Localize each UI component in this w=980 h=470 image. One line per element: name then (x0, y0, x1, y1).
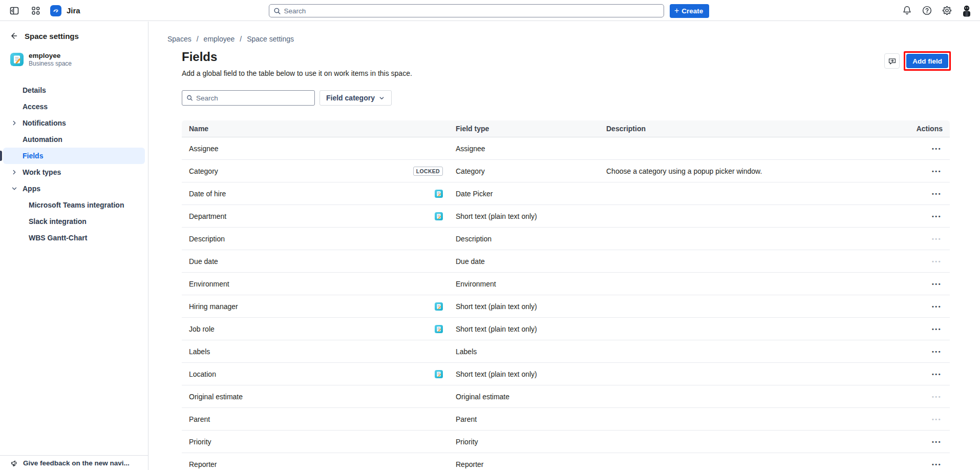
table-row-original-estimate: Original estimateOriginal estimate••• (182, 385, 950, 408)
sidebar-collapse-button[interactable] (7, 4, 22, 18)
sidebar-item-details[interactable]: Details (3, 82, 145, 98)
add-field-button[interactable]: Add field (906, 54, 948, 68)
field-type: Short text (plain text only) (448, 325, 602, 333)
space-type: Business space (29, 60, 72, 68)
field-name: Reporter (189, 460, 217, 468)
row-actions-menu-button[interactable]: ••• (931, 144, 943, 154)
field-name: Assignee (189, 145, 219, 153)
bell-icon (902, 5, 912, 16)
sidebar-item-wbs-gantt-chart[interactable]: WBS Gantt-Chart (3, 230, 145, 246)
feedback-footer-label: Give feedback on the new navi... (23, 459, 130, 467)
field-name: Description (189, 235, 225, 243)
table-row-hiring-manager: Hiring managerShort text (plain text onl… (182, 295, 950, 318)
breadcrumb-space-settings[interactable]: Space settings (247, 35, 294, 43)
feedback-footer-button[interactable]: Give feedback on the new navi... (0, 455, 148, 470)
row-actions-menu-button[interactable]: ••• (931, 301, 943, 312)
sidebar-item-label: Work types (23, 168, 61, 176)
sidebar-item-microsoft-teams-integration[interactable]: Microsoft Teams integration (3, 197, 145, 213)
field-name: Date of hire (189, 190, 226, 198)
breadcrumb: Spaces / employee / Space settings (167, 35, 980, 43)
field-name: Original estimate (189, 393, 243, 401)
sidebar-item-label: Apps (23, 185, 40, 193)
field-name: Job role (189, 325, 215, 333)
field-name: Category (189, 167, 218, 175)
help-icon (922, 5, 932, 16)
field-type: Labels (448, 348, 602, 356)
space-avatar-notepad-icon (10, 53, 24, 66)
field-category-dropdown[interactable]: Field category (319, 90, 392, 106)
table-row-location: LocationShort text (plain text only)••• (182, 363, 950, 385)
row-actions-menu-button: ••• (931, 256, 943, 267)
plus-icon: + (674, 7, 679, 15)
space-name: employee (29, 52, 72, 60)
table-header-row: Name Field type Description Actions (182, 120, 950, 137)
app-switcher-icon (31, 6, 40, 15)
sidebar-item-work-types[interactable]: Work types (3, 164, 145, 180)
table-row-date-of-hire: Date of hireDate Picker••• (182, 182, 950, 205)
field-type: Priority (448, 438, 602, 446)
sidebar-title: Space settings (25, 32, 79, 40)
field-name: Environment (189, 280, 229, 288)
fields-search[interactable] (182, 90, 315, 106)
app-switcher-button[interactable] (29, 4, 43, 18)
sidebar-item-apps[interactable]: Apps (3, 180, 145, 197)
field-name: Hiring manager (189, 302, 238, 311)
row-actions-menu-button[interactable]: ••• (931, 459, 943, 469)
table-row-due-date: Due dateDue date••• (182, 250, 950, 273)
row-actions-menu-button[interactable]: ••• (931, 279, 943, 289)
column-header-description: Description (602, 125, 904, 133)
custom-field-space-icon (435, 212, 443, 220)
row-actions-menu-button[interactable]: ••• (931, 437, 943, 447)
field-name: Priority (189, 438, 211, 446)
chevron-right-icon (11, 119, 18, 127)
sidebar-item-slack-integration[interactable]: Slack integration (3, 213, 145, 230)
table-row-labels: LabelsLabels••• (182, 340, 950, 363)
sidebar-item-label: Fields (23, 152, 43, 160)
field-type: Category (448, 167, 602, 175)
back-button[interactable] (8, 30, 19, 42)
table-row-environment: EnvironmentEnvironment••• (182, 273, 950, 295)
profile-button[interactable] (960, 4, 974, 18)
fields-search-input[interactable] (196, 94, 310, 102)
jira-logo[interactable] (50, 5, 61, 16)
gear-icon (942, 5, 952, 16)
create-button[interactable]: + Create (670, 4, 709, 18)
page-feedback-button[interactable] (884, 53, 900, 69)
field-name: Location (189, 370, 216, 378)
field-type: Assignee (448, 145, 602, 153)
row-actions-menu-button[interactable]: ••• (931, 166, 943, 176)
help-button[interactable] (920, 4, 934, 18)
custom-field-space-icon (435, 302, 443, 311)
row-actions-menu-button[interactable]: ••• (931, 189, 943, 199)
sidebar-item-notifications[interactable]: Notifications (3, 115, 145, 131)
sidebar-collapse-icon (9, 6, 19, 16)
sidebar-item-label: Details (23, 86, 46, 94)
column-header-name: Name (182, 125, 448, 133)
sidebar-item-access[interactable]: Access (3, 98, 145, 115)
sidebar-item-label: Slack integration (29, 217, 87, 226)
row-actions-menu-button[interactable]: ••• (931, 346, 943, 357)
breadcrumb-spaces[interactable]: Spaces (167, 35, 191, 43)
column-header-field-type: Field type (448, 125, 602, 133)
field-type: Parent (448, 415, 602, 423)
table-row-reporter: ReporterReporter••• (182, 453, 950, 470)
breadcrumb-employee[interactable]: employee (204, 35, 235, 43)
row-actions-menu-button: ••• (931, 234, 943, 244)
row-actions-menu-button[interactable]: ••• (931, 211, 943, 221)
field-type: Short text (plain text only) (448, 370, 602, 378)
row-actions-menu-button[interactable]: ••• (931, 324, 943, 334)
row-actions-menu-button: ••• (931, 392, 943, 402)
settings-button[interactable] (940, 4, 954, 18)
field-type: Short text (plain text only) (448, 212, 602, 220)
sidebar-item-automation[interactable]: Automation (3, 131, 145, 148)
row-actions-menu-button: ••• (931, 414, 943, 424)
table-row-job-role: Job roleShort text (plain text only)••• (182, 318, 950, 340)
table-row-description: DescriptionDescription••• (182, 228, 950, 250)
global-search-input[interactable] (284, 7, 659, 15)
notifications-button[interactable] (900, 4, 914, 18)
sidebar-item-fields[interactable]: Fields (3, 148, 145, 164)
global-search[interactable] (269, 4, 664, 17)
field-name: Due date (189, 257, 218, 265)
row-actions-menu-button[interactable]: ••• (931, 369, 943, 379)
back-arrow-icon (9, 31, 18, 40)
